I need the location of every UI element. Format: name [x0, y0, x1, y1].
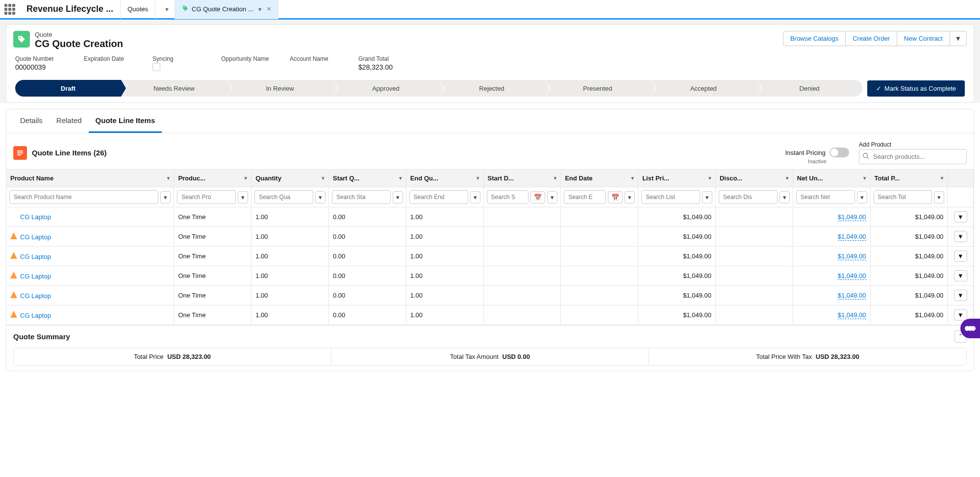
row-action-menu[interactable]: ▼ — [954, 309, 967, 321]
column-header[interactable]: Total P...▼ — [870, 170, 948, 187]
product-link[interactable]: CG Laptop — [20, 273, 51, 280]
cell-net-unit[interactable]: $1,049.00 — [838, 272, 866, 280]
app-name[interactable]: Revenue Lifecycle ... — [20, 4, 120, 14]
cell-quantity: 1.00 — [251, 286, 329, 305]
filter-icon[interactable]: ▾ — [934, 191, 944, 203]
column-header[interactable]: Start Q...▼ — [328, 170, 406, 187]
filter-list-price[interactable] — [641, 190, 700, 204]
row-action-menu[interactable]: ▼ — [954, 251, 967, 262]
path-stage-presented[interactable]: Presented — [545, 80, 651, 97]
product-link[interactable]: CG Laptop — [20, 312, 51, 319]
instant-pricing-toggle[interactable] — [829, 148, 849, 157]
product-link[interactable]: CG Laptop — [20, 213, 51, 221]
tab-details[interactable]: Details — [13, 109, 50, 133]
add-product-search-input[interactable] — [859, 149, 967, 164]
tag-icon — [182, 5, 189, 13]
column-header[interactable]: Net Un...▼ — [793, 170, 870, 187]
path-stage-accepted[interactable]: Accepted — [651, 80, 756, 97]
column-header[interactable]: Quantity▼ — [251, 170, 329, 187]
new-contract-button[interactable]: New Contract — [897, 31, 950, 46]
filter-discount[interactable] — [719, 190, 778, 204]
assistant-badge-icon[interactable] — [960, 319, 980, 338]
filter-icon[interactable]: ▾ — [238, 191, 248, 203]
qli-title: Quote Line Items (26) — [32, 149, 107, 157]
cell-list-price: $1,049.00 — [638, 207, 716, 227]
row-action-menu[interactable]: ▼ — [954, 290, 967, 301]
filter-product-type[interactable] — [177, 190, 236, 204]
product-link[interactable]: CG Laptop — [20, 292, 51, 300]
row-action-menu[interactable]: ▼ — [954, 231, 967, 242]
filter-icon[interactable]: ▾ — [625, 191, 635, 203]
path-stage-draft[interactable]: Draft — [15, 80, 121, 97]
path-stage-rejected[interactable]: Rejected — [439, 80, 545, 97]
filter-icon[interactable]: ▾ — [315, 191, 326, 203]
chevron-down-icon: ▼ — [321, 176, 326, 181]
filter-icon[interactable]: ▾ — [470, 191, 480, 203]
filter-product-name[interactable] — [9, 190, 158, 204]
product-link[interactable]: CG Laptop — [20, 253, 51, 260]
instant-pricing-status: Inactive — [785, 158, 849, 164]
calendar-icon[interactable]: 📅 — [608, 191, 623, 203]
filter-icon[interactable]: ▾ — [779, 191, 790, 203]
warning-icon — [10, 252, 17, 259]
chevron-down-icon: ▼ — [939, 176, 944, 181]
filter-total-price[interactable] — [874, 190, 932, 204]
filter-start-date[interactable] — [487, 190, 529, 204]
column-header[interactable]: Disco...▼ — [715, 170, 793, 187]
cell-quantity: 1.00 — [251, 266, 329, 286]
row-action-menu[interactable]: ▼ — [954, 211, 967, 223]
column-header[interactable]: Produc...▼ — [174, 170, 251, 187]
app-launcher-icon[interactable] — [0, 0, 20, 19]
path-stage-needs-review[interactable]: Needs Review — [121, 80, 227, 97]
check-icon: ✓ — [876, 85, 881, 92]
filter-quantity[interactable] — [254, 190, 313, 204]
nav-tab-active-quote[interactable]: CG Quote Creation ... ▼ ✕ — [175, 0, 278, 19]
create-order-button[interactable]: Create Order — [846, 31, 897, 46]
column-header[interactable]: End Date▼ — [561, 170, 638, 187]
filter-icon[interactable]: ▾ — [393, 191, 403, 203]
filter-icon[interactable]: ▾ — [702, 191, 712, 203]
syncing-checkbox[interactable] — [152, 63, 160, 71]
filter-end-date[interactable] — [564, 190, 606, 204]
mark-complete-button[interactable]: ✓ Mark Status as Complete — [867, 80, 965, 97]
filter-end-quantity[interactable] — [409, 190, 468, 204]
column-header[interactable]: Start D...▼ — [483, 170, 561, 187]
total-price-value: USD 28,323.00 — [167, 353, 211, 360]
filter-net-unit[interactable] — [796, 190, 855, 204]
tab-related[interactable]: Related — [50, 109, 89, 133]
tab-quote-line-items[interactable]: Quote Line Items — [89, 109, 162, 133]
cell-product-type: One Time — [174, 266, 251, 286]
filter-icon[interactable]: ▾ — [160, 191, 171, 203]
cell-net-unit[interactable]: $1,049.00 — [838, 213, 866, 221]
filter-start-quantity[interactable] — [332, 190, 391, 204]
column-header[interactable]: End Qu...▼ — [406, 170, 483, 187]
cell-net-unit[interactable]: $1,049.00 — [838, 311, 866, 319]
cell-net-unit[interactable]: $1,049.00 — [838, 233, 866, 241]
path-stage-denied[interactable]: Denied — [756, 80, 862, 97]
cell-net-unit[interactable]: $1,049.00 — [838, 252, 866, 260]
calendar-icon[interactable]: 📅 — [530, 191, 545, 203]
product-link[interactable]: CG Laptop — [20, 233, 51, 241]
cell-quantity: 1.00 — [251, 227, 329, 247]
nav-tab-quotes-menu[interactable]: ▼ — [155, 0, 175, 19]
chevron-down-icon: ▼ — [707, 176, 712, 181]
chevron-down-icon[interactable]: ▼ — [257, 6, 263, 12]
cell-net-unit[interactable]: $1,049.00 — [838, 292, 866, 300]
chevron-down-icon: ▼ — [166, 176, 171, 181]
filter-icon[interactable]: ▾ — [547, 191, 557, 203]
column-header[interactable]: List Pri...▼ — [638, 170, 716, 187]
browse-catalogs-button[interactable]: Browse Catalogs — [783, 31, 846, 46]
row-action-menu[interactable]: ▼ — [954, 270, 967, 281]
svg-line-6 — [867, 157, 869, 159]
table-row: CG LaptopOne Time1.000.001.00$1,049.00$1… — [6, 247, 974, 266]
cell-product-type: One Time — [174, 247, 251, 266]
close-icon[interactable]: ✕ — [267, 6, 271, 12]
cell-list-price: $1,049.00 — [638, 266, 716, 286]
nav-tab-quotes[interactable]: Quotes — [120, 0, 155, 19]
column-header[interactable]: Product Name▼ — [6, 170, 174, 187]
filter-icon[interactable]: ▾ — [857, 191, 867, 203]
path-stage-in-review[interactable]: In Review — [227, 80, 333, 97]
path-stage-approved[interactable]: Approved — [333, 80, 439, 97]
more-actions-button[interactable]: ▼ — [950, 31, 967, 46]
nav-tab-active-label: CG Quote Creation ... — [192, 5, 253, 13]
